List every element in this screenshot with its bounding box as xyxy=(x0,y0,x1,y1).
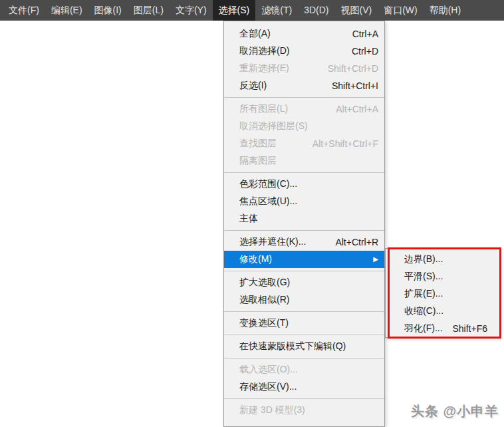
menubar-item-file[interactable]: 文件(F) xyxy=(3,0,45,21)
menu-item-subject[interactable]: 主体 xyxy=(224,210,384,227)
menu-item-deselect-layers: 取消选择图层(S) xyxy=(224,118,384,135)
menu-item-label: 色彩范围(C)... xyxy=(239,178,297,190)
submenu-item-feather[interactable]: 羽化(F)... Shift+F6 xyxy=(386,320,499,337)
menu-item-shortcut: Alt+Ctrl+A xyxy=(336,104,378,114)
menu-item-shortcut: Ctrl+A xyxy=(352,29,378,39)
menu-item-isolate-layers: 隔离图层 xyxy=(224,152,384,170)
menu-item-shortcut: Shift+F6 xyxy=(452,323,487,334)
menubar-item-window[interactable]: 窗口(W) xyxy=(378,0,424,21)
submenu-item-smooth[interactable]: 平滑(S)... xyxy=(386,268,499,285)
menu-item-new-3d-extrusion: 新建 3D 模型(3) xyxy=(224,402,384,419)
menubar-item-select[interactable]: 选择(S) xyxy=(213,0,256,21)
menu-item-label: 边界(B)... xyxy=(404,253,443,265)
menu-item-label: 主体 xyxy=(239,213,258,225)
menu-item-shortcut: Shift+Ctrl+D xyxy=(328,63,378,74)
menu-item-reselect: 重新选择(E) Shift+Ctrl+D xyxy=(224,60,384,77)
menubar-item-filter[interactable]: 滤镜(T) xyxy=(255,0,298,21)
menu-item-deselect[interactable]: 取消选择(D) Ctrl+D xyxy=(224,43,384,60)
menu-separator xyxy=(224,311,384,312)
menu-item-label: 变换选区(T) xyxy=(239,317,289,329)
menubar-item-type[interactable]: 文字(Y) xyxy=(170,0,213,21)
menubar-item-layer[interactable]: 图层(L) xyxy=(128,0,170,21)
menu-item-shortcut: Ctrl+D xyxy=(352,46,378,57)
submenu-item-border[interactable]: 边界(B)... xyxy=(386,251,499,268)
menu-separator xyxy=(224,398,384,399)
menubar-item-3d[interactable]: 3D(D) xyxy=(298,0,334,21)
menu-item-label: 所有图层(L) xyxy=(239,103,288,115)
menu-item-find-layers: 查找图层 Alt+Shift+Ctrl+F xyxy=(224,135,384,152)
menu-item-label: 选择并遮住(K)... xyxy=(239,236,306,248)
watermark: 头条 @小申羊 xyxy=(411,402,499,420)
menu-item-grow[interactable]: 扩大选取(G) xyxy=(224,274,384,291)
menu-bar: 文件(F) 编辑(E) 图像(I) 图层(L) 文字(Y) 选择(S) 滤镜(T… xyxy=(0,0,504,21)
menu-item-label: 选取相似(R) xyxy=(239,294,289,306)
menu-separator xyxy=(224,335,384,335)
menubar-item-image[interactable]: 图像(I) xyxy=(88,0,128,21)
menu-item-label: 新建 3D 模型(3) xyxy=(239,404,305,416)
menu-item-select-and-mask[interactable]: 选择并遮住(K)... Alt+Ctrl+R xyxy=(224,233,384,251)
menu-item-label: 扩大选取(G) xyxy=(239,277,290,289)
menu-item-label: 反选(I) xyxy=(239,80,267,92)
menu-item-label: 隔离图层 xyxy=(239,155,277,167)
menubar-item-help[interactable]: 帮助(H) xyxy=(424,0,467,21)
menu-item-shortcut: Alt+Ctrl+R xyxy=(335,237,378,247)
submenu-item-expand[interactable]: 扩展(E)... xyxy=(386,285,499,303)
menu-item-all-layers: 所有图层(L) Alt+Ctrl+A xyxy=(224,100,384,118)
menu-item-transform-selection[interactable]: 变换选区(T) xyxy=(224,315,384,332)
menubar-item-edit[interactable]: 编辑(E) xyxy=(45,0,88,21)
menu-item-color-range[interactable]: 色彩范围(C)... xyxy=(224,176,384,193)
menu-item-select-all[interactable]: 全部(A) Ctrl+A xyxy=(224,25,384,43)
select-menu-dropdown: 全部(A) Ctrl+A 取消选择(D) Ctrl+D 重新选择(E) Shif… xyxy=(223,21,385,427)
menu-separator xyxy=(224,358,384,358)
menu-item-label: 扩展(E)... xyxy=(404,288,443,300)
menubar-item-view[interactable]: 视图(V) xyxy=(334,0,378,21)
menu-item-load-selection: 载入选区(O)... xyxy=(224,361,384,378)
menu-item-similar[interactable]: 选取相似(R) xyxy=(224,291,384,309)
menu-item-focus-area[interactable]: 焦点区域(U)... xyxy=(224,193,384,210)
menu-item-label: 平滑(S)... xyxy=(404,271,443,283)
menu-separator xyxy=(224,230,384,231)
menu-item-label: 重新选择(E) xyxy=(239,63,289,74)
menu-item-label: 收缩(C)... xyxy=(404,305,443,317)
menu-separator xyxy=(224,172,384,173)
menu-separator xyxy=(224,97,384,98)
modify-submenu: 边界(B)... 平滑(S)... 扩展(E)... 收缩(C)... 羽化(F… xyxy=(385,248,500,338)
menu-item-label: 修改(M) xyxy=(239,253,272,265)
menu-item-save-selection[interactable]: 存储选区(V)... xyxy=(224,378,384,396)
submenu-arrow-icon: ▶ xyxy=(373,256,378,263)
menu-item-edit-in-quick-mask[interactable]: 在快速蒙版模式下编辑(Q) xyxy=(224,338,384,355)
menu-item-label: 查找图层 xyxy=(239,138,277,150)
menu-item-label: 在快速蒙版模式下编辑(Q) xyxy=(239,341,346,353)
menu-item-shortcut: Shift+Ctrl+I xyxy=(332,80,378,91)
menu-item-label: 全部(A) xyxy=(239,28,271,40)
menu-item-label: 载入选区(O)... xyxy=(239,364,298,376)
menu-item-label: 焦点区域(U)... xyxy=(239,196,297,208)
menu-item-label: 羽化(F)... xyxy=(404,323,443,335)
menu-item-shortcut: Alt+Shift+Ctrl+F xyxy=(313,138,378,149)
menu-item-label: 取消选择图层(S) xyxy=(239,120,308,132)
menu-item-label: 取消选择(D) xyxy=(239,45,289,57)
menu-item-modify[interactable]: 修改(M) ▶ xyxy=(224,251,384,268)
menu-item-label: 存储选区(V)... xyxy=(239,381,297,393)
menu-separator xyxy=(224,271,384,271)
menu-item-inverse[interactable]: 反选(I) Shift+Ctrl+I xyxy=(224,77,384,94)
submenu-item-contract[interactable]: 收缩(C)... xyxy=(386,303,499,320)
